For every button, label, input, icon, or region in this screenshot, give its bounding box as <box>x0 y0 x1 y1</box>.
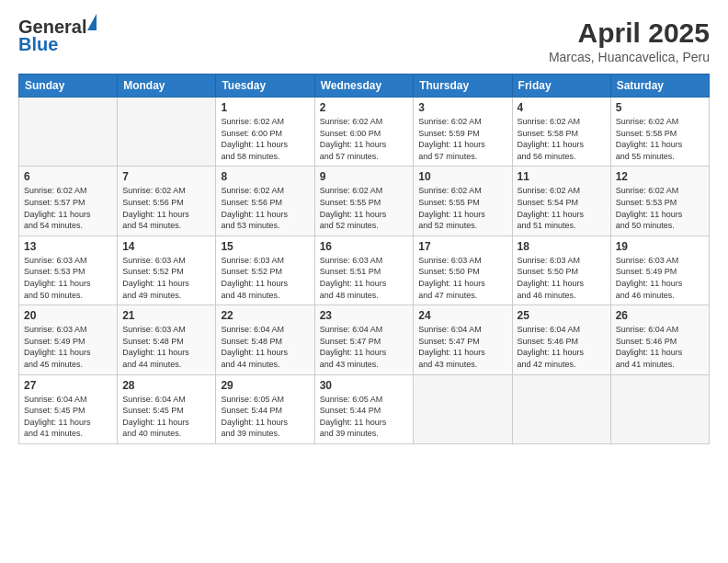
day-info: Sunrise: 6:02 AM Sunset: 5:59 PM Dayligh… <box>418 116 506 162</box>
day-info: Sunrise: 6:02 AM Sunset: 5:55 PM Dayligh… <box>418 185 506 231</box>
day-number: 29 <box>221 379 309 392</box>
day-number: 18 <box>518 240 606 253</box>
calendar: Sunday Monday Tuesday Wednesday Thursday… <box>18 74 710 444</box>
day-number: 15 <box>221 240 309 253</box>
table-row: 7Sunrise: 6:02 AM Sunset: 5:56 PM Daylig… <box>118 167 216 236</box>
header-wednesday: Wednesday <box>314 75 414 98</box>
table-row: 22Sunrise: 6:04 AM Sunset: 5:48 PM Dayli… <box>216 305 314 374</box>
logo: General Blue <box>18 17 97 55</box>
day-info: Sunrise: 6:02 AM Sunset: 6:00 PM Dayligh… <box>320 116 409 162</box>
day-number: 6 <box>24 170 112 183</box>
day-number: 14 <box>122 240 210 253</box>
day-info: Sunrise: 6:02 AM Sunset: 5:58 PM Dayligh… <box>616 116 704 162</box>
table-row: 8Sunrise: 6:02 AM Sunset: 5:56 PM Daylig… <box>216 167 314 236</box>
day-info: Sunrise: 6:02 AM Sunset: 5:55 PM Dayligh… <box>320 185 409 231</box>
table-row: 24Sunrise: 6:04 AM Sunset: 5:47 PM Dayli… <box>414 305 512 374</box>
day-number: 20 <box>24 309 112 322</box>
header-tuesday: Tuesday <box>216 75 314 98</box>
header-monday: Monday <box>118 75 216 98</box>
table-row: 20Sunrise: 6:03 AM Sunset: 5:49 PM Dayli… <box>19 305 118 374</box>
day-info: Sunrise: 6:05 AM Sunset: 5:44 PM Dayligh… <box>221 394 309 440</box>
day-number: 27 <box>24 379 112 392</box>
day-info: Sunrise: 6:03 AM Sunset: 5:49 PM Dayligh… <box>616 255 704 301</box>
day-number: 26 <box>616 309 704 322</box>
table-row: 11Sunrise: 6:02 AM Sunset: 5:54 PM Dayli… <box>512 167 610 236</box>
table-row: 13Sunrise: 6:03 AM Sunset: 5:53 PM Dayli… <box>19 236 118 304</box>
logo-triangle-icon <box>87 14 97 30</box>
day-number: 4 <box>518 101 606 114</box>
day-info: Sunrise: 6:05 AM Sunset: 5:44 PM Dayligh… <box>320 394 409 440</box>
table-row <box>118 98 216 167</box>
day-number: 9 <box>320 170 409 183</box>
header-sunday: Sunday <box>19 75 118 98</box>
header-friday: Friday <box>512 75 610 98</box>
day-info: Sunrise: 6:02 AM Sunset: 6:00 PM Dayligh… <box>221 116 309 162</box>
calendar-week-row: 27Sunrise: 6:04 AM Sunset: 5:45 PM Dayli… <box>19 374 710 443</box>
table-row: 10Sunrise: 6:02 AM Sunset: 5:55 PM Dayli… <box>414 167 512 236</box>
day-info: Sunrise: 6:04 AM Sunset: 5:45 PM Dayligh… <box>24 394 112 440</box>
day-info: Sunrise: 6:02 AM Sunset: 5:56 PM Dayligh… <box>221 185 309 231</box>
header-saturday: Saturday <box>610 75 709 98</box>
day-info: Sunrise: 6:04 AM Sunset: 5:48 PM Dayligh… <box>221 324 309 370</box>
table-row: 25Sunrise: 6:04 AM Sunset: 5:46 PM Dayli… <box>512 305 610 374</box>
day-number: 30 <box>320 379 409 392</box>
table-row: 9Sunrise: 6:02 AM Sunset: 5:55 PM Daylig… <box>314 167 414 236</box>
day-info: Sunrise: 6:03 AM Sunset: 5:53 PM Dayligh… <box>24 255 112 301</box>
day-info: Sunrise: 6:03 AM Sunset: 5:50 PM Dayligh… <box>518 255 606 301</box>
calendar-week-row: 20Sunrise: 6:03 AM Sunset: 5:49 PM Dayli… <box>19 305 710 374</box>
table-row: 21Sunrise: 6:03 AM Sunset: 5:48 PM Dayli… <box>118 305 216 374</box>
calendar-week-row: 13Sunrise: 6:03 AM Sunset: 5:53 PM Dayli… <box>19 236 710 304</box>
day-info: Sunrise: 6:03 AM Sunset: 5:51 PM Dayligh… <box>320 255 409 301</box>
logo-blue-text: Blue <box>18 34 58 55</box>
day-info: Sunrise: 6:02 AM Sunset: 5:56 PM Dayligh… <box>122 185 210 231</box>
table-row: 5Sunrise: 6:02 AM Sunset: 5:58 PM Daylig… <box>610 98 709 167</box>
day-number: 12 <box>616 170 704 183</box>
day-info: Sunrise: 6:04 AM Sunset: 5:47 PM Dayligh… <box>418 324 506 370</box>
day-number: 8 <box>221 170 309 183</box>
day-info: Sunrise: 6:03 AM Sunset: 5:49 PM Dayligh… <box>24 324 112 370</box>
calendar-week-row: 6Sunrise: 6:02 AM Sunset: 5:57 PM Daylig… <box>19 167 710 236</box>
table-row: 12Sunrise: 6:02 AM Sunset: 5:53 PM Dayli… <box>610 167 709 236</box>
table-row: 6Sunrise: 6:02 AM Sunset: 5:57 PM Daylig… <box>19 167 118 236</box>
table-row: 2Sunrise: 6:02 AM Sunset: 6:00 PM Daylig… <box>314 98 414 167</box>
calendar-week-row: 1Sunrise: 6:02 AM Sunset: 6:00 PM Daylig… <box>19 98 710 167</box>
day-number: 28 <box>122 379 210 392</box>
day-number: 11 <box>518 170 606 183</box>
title-area: April 2025 Marcas, Huancavelica, Peru <box>549 17 710 64</box>
weekday-header-row: Sunday Monday Tuesday Wednesday Thursday… <box>19 75 710 98</box>
day-number: 16 <box>320 240 409 253</box>
day-number: 19 <box>616 240 704 253</box>
day-info: Sunrise: 6:03 AM Sunset: 5:48 PM Dayligh… <box>122 324 210 370</box>
table-row <box>512 374 610 443</box>
month-title: April 2025 <box>549 17 710 50</box>
day-number: 21 <box>122 309 210 322</box>
day-number: 22 <box>221 309 309 322</box>
header: General Blue April 2025 Marcas, Huancave… <box>18 17 710 64</box>
table-row: 28Sunrise: 6:04 AM Sunset: 5:45 PM Dayli… <box>118 374 216 443</box>
table-row: 27Sunrise: 6:04 AM Sunset: 5:45 PM Dayli… <box>19 374 118 443</box>
day-number: 2 <box>320 101 409 114</box>
day-info: Sunrise: 6:03 AM Sunset: 5:52 PM Dayligh… <box>221 255 309 301</box>
day-number: 17 <box>418 240 506 253</box>
table-row: 19Sunrise: 6:03 AM Sunset: 5:49 PM Dayli… <box>610 236 709 304</box>
table-row: 23Sunrise: 6:04 AM Sunset: 5:47 PM Dayli… <box>314 305 414 374</box>
day-info: Sunrise: 6:02 AM Sunset: 5:57 PM Dayligh… <box>24 185 112 231</box>
table-row: 30Sunrise: 6:05 AM Sunset: 5:44 PM Dayli… <box>314 374 414 443</box>
table-row: 15Sunrise: 6:03 AM Sunset: 5:52 PM Dayli… <box>216 236 314 304</box>
location: Marcas, Huancavelica, Peru <box>549 50 710 64</box>
day-number: 3 <box>418 101 506 114</box>
day-info: Sunrise: 6:03 AM Sunset: 5:50 PM Dayligh… <box>418 255 506 301</box>
table-row: 18Sunrise: 6:03 AM Sunset: 5:50 PM Dayli… <box>512 236 610 304</box>
table-row <box>414 374 512 443</box>
header-thursday: Thursday <box>414 75 512 98</box>
day-info: Sunrise: 6:04 AM Sunset: 5:46 PM Dayligh… <box>616 324 704 370</box>
day-info: Sunrise: 6:03 AM Sunset: 5:52 PM Dayligh… <box>122 255 210 301</box>
table-row <box>610 374 709 443</box>
table-row: 26Sunrise: 6:04 AM Sunset: 5:46 PM Dayli… <box>610 305 709 374</box>
day-number: 1 <box>221 101 309 114</box>
table-row: 29Sunrise: 6:05 AM Sunset: 5:44 PM Dayli… <box>216 374 314 443</box>
day-info: Sunrise: 6:02 AM Sunset: 5:54 PM Dayligh… <box>518 185 606 231</box>
day-number: 23 <box>320 309 409 322</box>
table-row: 17Sunrise: 6:03 AM Sunset: 5:50 PM Dayli… <box>414 236 512 304</box>
table-row: 14Sunrise: 6:03 AM Sunset: 5:52 PM Dayli… <box>118 236 216 304</box>
